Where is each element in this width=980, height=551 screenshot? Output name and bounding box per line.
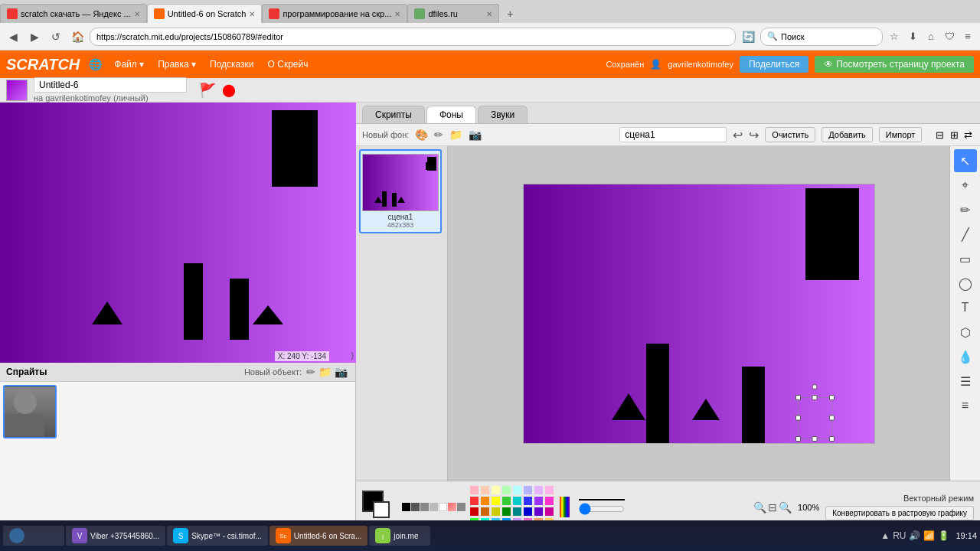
stop-button[interactable]: ⬤ [222,83,236,97]
add-button[interactable]: Добавить [822,127,873,142]
tab-scratch-download[interactable]: scratch скачать — Яндекс ... ✕ [0,4,147,23]
zoom-in-button[interactable]: 🔍 [779,501,792,514]
swatch-light-gray[interactable] [430,503,438,511]
new-tab-button[interactable]: + [499,4,521,23]
project-name-input[interactable] [34,77,187,93]
view-project-button[interactable]: 👁 Посмотреть страницу проекта [815,56,974,73]
swatch-yellow[interactable] [492,497,500,505]
clear-button[interactable]: Очистить [765,127,815,142]
bookmark-icon[interactable]: ☆ [886,28,903,45]
swatch-rainbow[interactable] [560,497,570,517]
battery-icon[interactable]: 🔋 [938,530,949,541]
convert-button[interactable]: Конвертировать в растровую графику [825,506,974,520]
swatch-olive[interactable] [492,507,500,516]
tool-list2[interactable]: ≡ [954,394,977,417]
taskbar-start[interactable] [3,526,64,546]
swatch-lt-purple[interactable] [534,486,543,494]
back-button[interactable]: ◀ [4,28,22,46]
swatch-brown-red[interactable] [470,507,479,516]
shrink-icon[interactable]: ⊟ [936,129,944,141]
swatch-tool[interactable] [457,503,466,511]
stroke-slider[interactable] [579,503,625,515]
forward-button[interactable]: ▶ [25,28,44,46]
new-sprite-camera[interactable]: 📷 [335,366,348,378]
menu-icon[interactable]: ≡ [959,28,976,45]
zoom-fit-button[interactable]: ⊟ [768,501,777,514]
tab-untitled6[interactable]: Untitled-6 on Scratch ✕ [147,4,263,23]
swatch-pink-light[interactable] [470,486,479,494]
backdrop-item-1[interactable]: сцена1 482x383 [359,149,442,233]
tool-reshape[interactable]: ⌖ [954,174,977,197]
menu-edit[interactable]: Правка ▾ [152,57,202,72]
handle-br[interactable] [829,436,835,442]
tool-ellipse[interactable]: ◯ [954,272,977,295]
handle-mr[interactable] [829,416,835,421]
tool-eyedrop[interactable]: 💧 [954,345,977,368]
handle-bc[interactable] [812,436,818,442]
flip-icon[interactable]: ⇄ [964,129,972,141]
swatch-pencil[interactable] [448,503,456,511]
tab-dfiles[interactable]: dfiles.ru ✕ [407,4,499,23]
taskbar-item-viber[interactable]: V Viber +375445860... [66,526,165,546]
address-input[interactable]: https://scratch.mit.edu/projects/1508607… [90,28,736,46]
tab-close-1[interactable]: ✕ [134,10,140,18]
menu-about[interactable]: О Скрейч [262,57,315,72]
handle-ml[interactable] [795,416,801,421]
paint-icon[interactable]: 🎨 [415,129,428,141]
tab-close-3[interactable]: ✕ [394,10,400,18]
menu-file[interactable]: Файл ▾ [108,57,150,72]
swatch-dark-green[interactable] [502,507,511,516]
tab-sounds[interactable]: Звуки [478,106,528,123]
drawing-canvas[interactable] [523,184,875,444]
taskbar-item-scratch[interactable]: Sc Untitled-6 on Scra... [270,526,368,546]
handle-tc[interactable] [812,395,818,400]
tool-pointer[interactable]: ↖ [954,149,977,172]
network-icon[interactable]: 📶 [923,530,935,541]
backdrop-name-input[interactable] [619,127,727,142]
tab-scripts[interactable]: Скрипты [362,106,425,123]
download-icon[interactable]: ⬇ [904,28,921,45]
swatch-teal[interactable] [513,507,521,516]
swatch-dark-blue[interactable] [524,507,532,516]
tool-text[interactable]: T [954,296,977,319]
tool-rect[interactable]: ▭ [954,247,977,270]
swatch-lt-blue[interactable] [524,486,532,494]
camera-icon[interactable]: 📷 [469,129,482,141]
swatch-lt-pink2[interactable] [545,486,554,494]
search-input[interactable]: 🔍 Поиск [760,28,883,46]
volume-icon[interactable]: 🔊 [909,530,920,541]
reload-button[interactable]: ↺ [47,28,65,46]
home-button[interactable]: 🏠 [68,28,87,46]
fullscreen-icon[interactable]: ⊞ [950,129,959,141]
handle-bl[interactable] [795,436,801,442]
swatch-lt-cyan[interactable] [513,486,521,494]
zoom-out-button[interactable]: 🔍 [753,501,766,514]
tray-icon-1[interactable]: ▲ [880,530,890,541]
tab-close-4[interactable]: ✕ [486,10,492,18]
tool-list1[interactable]: ☰ [954,370,977,393]
handle-tl[interactable] [795,395,801,400]
taskbar-item-skype[interactable]: S Skype™ - csi.timof... [167,526,268,546]
swatch-magenta[interactable] [545,497,554,505]
sprite-item-1[interactable] [3,385,57,439]
tool-pencil[interactable]: ✏ [954,198,977,221]
swatch-purple[interactable] [534,497,543,505]
swatch-lt-green[interactable] [502,486,511,494]
swatch-dark-gray[interactable] [411,503,420,511]
swatch-dark-purple[interactable] [534,507,543,516]
handle-tr[interactable] [829,395,835,400]
swatch-dark-magenta[interactable] [545,507,554,516]
tool-fill[interactable]: ⬡ [954,321,977,344]
lang-indicator[interactable]: RU [893,530,906,541]
tab-backdrops[interactable]: Фоны [426,106,476,123]
new-sprite-upload[interactable]: 📁 [318,366,332,378]
swatch-gray[interactable] [420,503,429,511]
swatch-orange[interactable] [481,497,489,505]
taskbar-item-joinme[interactable]: j join.me [369,526,430,546]
rotation-handle[interactable] [812,384,818,390]
expand-icon[interactable]: ⟩ [351,350,354,361]
swatch-cream[interactable] [492,486,500,494]
share-button[interactable]: Поделиться [740,56,808,73]
globe-icon[interactable]: 🌐 [89,58,102,70]
menu-tips[interactable]: Подсказки [204,57,260,72]
